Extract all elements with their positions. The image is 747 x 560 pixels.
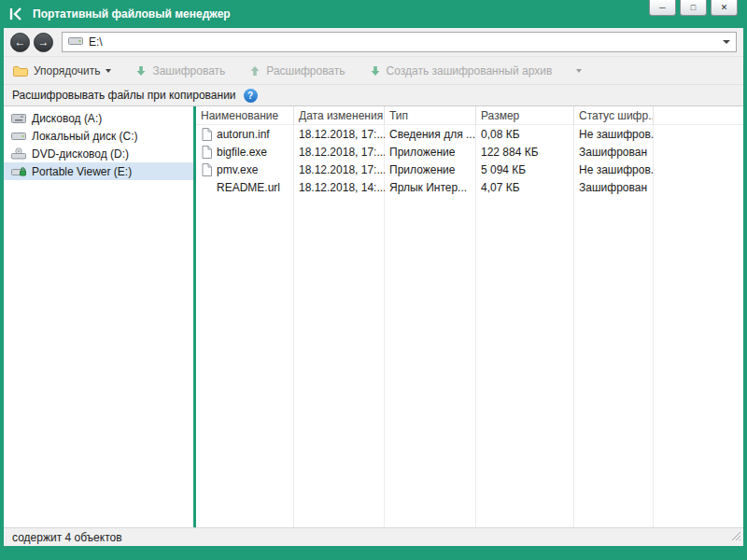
back-button[interactable]: ← [10,33,30,52]
decrypt-button[interactable]: Расшифровать [246,62,348,80]
file-encryption-status: Зашифрован [574,146,654,159]
file-name: bigfile.exe [217,146,267,159]
file-size: 5 094 КБ [476,163,574,176]
drive-icon [68,35,83,49]
hard-drive-icon [10,131,26,142]
app-window: Портативный файловый менеджер ─ □ ✕ ← → … [0,0,747,560]
decrypt-on-copy-label: Расшифровывать файлы при копировании [12,89,236,102]
encrypted-drive-icon [10,165,26,177]
content-area: Дисковод (A:) Локальный диск (C:) DVD-ди… [4,106,743,527]
title-bar: Портативный файловый менеджер ─ □ ✕ [0,0,747,28]
file-date: 18.12.2018, 14:... [294,181,385,194]
file-list-body: autorun.inf 18.12.2018, 17:... Сведения … [196,125,743,527]
folder-icon [13,65,28,77]
kaspersky-logo-icon [8,7,25,21]
file-icon [202,128,212,141]
options-bar: Расшифровывать файлы при копировании ? [4,84,743,106]
dvd-drive-icon [10,147,26,160]
navigation-bar: ← → E:\ [4,28,743,56]
file-type: Ярлык Интер... [385,181,476,194]
file-name: autorun.inf [217,128,270,141]
address-bar[interactable]: E:\ [62,32,737,52]
column-header-status[interactable]: Статус шифр... [574,106,654,124]
window-title: Портативный файловый менеджер [33,7,231,21]
file-encryption-status: Не зашифров... [574,163,654,176]
app-frame: ← → E:\ Упорядочить [4,28,743,546]
column-header-size[interactable]: Размер [476,106,574,124]
file-name: README.url [217,181,280,194]
resize-grip-icon[interactable] [730,530,741,544]
file-date: 18.12.2018, 17:... [294,128,385,141]
maximize-button[interactable]: □ [680,0,707,16]
column-header-type[interactable]: Тип [385,106,476,124]
file-icon [202,181,212,194]
file-list: Наименование Дата изменения Тип Размер С… [196,106,743,527]
file-type: Сведения для ... [385,128,476,141]
file-date: 18.12.2018, 17:... [294,163,385,176]
window-controls: ─ □ ✕ [649,0,738,16]
floppy-drive-icon [10,113,26,124]
file-icon [202,146,212,159]
status-text: содержит 4 объектов [12,531,122,544]
create-encrypted-archive-button[interactable]: Создать зашифрованный архив [366,62,586,80]
file-date: 18.12.2018, 17:... [294,146,385,159]
forward-button[interactable]: → [34,33,53,52]
encrypt-arrow-icon [135,65,147,77]
file-row[interactable]: bigfile.exe 18.12.2018, 17:... Приложени… [196,143,743,161]
sidebar-item-drive-e[interactable]: Portable Viewer (E:) [4,162,193,180]
sidebar-item-drive-c[interactable]: Локальный диск (C:) [4,127,193,145]
file-size: 0,08 КБ [476,128,574,141]
organize-dropdown-arrow [106,69,111,73]
file-encryption-status: Не зашифров... [574,128,654,141]
file-list-header: Наименование Дата изменения Тип Размер С… [196,106,743,125]
column-header-name[interactable]: Наименование [196,106,294,124]
encrypt-button[interactable]: Зашифровать [132,62,229,80]
file-encryption-status: Зашифрован [574,181,654,194]
file-size: 4,07 КБ [476,181,574,194]
decrypt-arrow-icon [249,65,261,77]
drive-tree: Дисковод (A:) Локальный диск (C:) DVD-ди… [4,106,193,527]
file-size: 122 884 КБ [476,146,574,159]
status-bar: содержит 4 объектов [4,527,743,546]
column-header-date[interactable]: Дата изменения [294,106,385,124]
file-row[interactable]: README.url 18.12.2018, 14:... Ярлык Инте… [196,178,743,196]
info-icon[interactable]: ? [244,89,258,103]
toolbar: Упорядочить Зашифровать Расшифровать [4,56,743,84]
sidebar-item-drive-d[interactable]: DVD-дисковод (D:) [4,145,193,162]
file-name: pmv.exe [217,163,258,176]
file-icon [202,163,212,176]
address-text: E:\ [89,35,717,49]
address-dropdown-arrow[interactable] [723,40,730,44]
close-button[interactable]: ✕ [711,0,738,16]
file-row[interactable]: autorun.inf 18.12.2018, 17:... Сведения … [196,125,743,143]
column-header-filler [654,106,743,124]
minimize-button[interactable]: ─ [649,0,676,16]
file-type: Приложение [385,146,476,159]
file-type: Приложение [385,163,476,176]
archive-arrow-icon [370,65,381,77]
organize-button[interactable]: Упорядочить [9,62,115,80]
archive-dropdown-arrow [576,69,582,73]
file-row[interactable]: pmv.exe 18.12.2018, 17:... Приложение 5 … [196,161,743,178]
sidebar-item-drive-a[interactable]: Дисковод (A:) [4,109,193,127]
